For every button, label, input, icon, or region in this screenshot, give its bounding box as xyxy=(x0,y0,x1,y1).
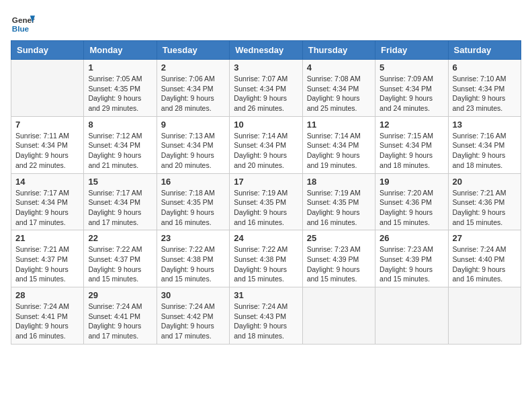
day-number: 26 xyxy=(380,233,443,243)
calendar-cell xyxy=(11,60,84,117)
calendar-cell: 24Sunrise: 7:22 AMSunset: 4:38 PMDayligh… xyxy=(230,230,302,287)
calendar-header-row: SundayMondayTuesdayWednesdayThursdayFrid… xyxy=(11,41,521,60)
day-number: 11 xyxy=(307,120,371,130)
weekday-header: Monday xyxy=(84,41,157,60)
calendar-cell: 10Sunrise: 7:14 AMSunset: 4:34 PMDayligh… xyxy=(230,116,302,173)
logo-icon: General Blue xyxy=(11,11,35,35)
cell-info: Sunrise: 7:05 AMSunset: 4:35 PMDaylight:… xyxy=(88,74,152,113)
page-header: General Blue xyxy=(11,11,521,35)
calendar-week-row: 21Sunrise: 7:21 AMSunset: 4:37 PMDayligh… xyxy=(11,230,521,287)
cell-info: Sunrise: 7:19 AMSunset: 4:35 PMDaylight:… xyxy=(234,188,298,228)
calendar-cell: 4Sunrise: 7:08 AMSunset: 4:34 PMDaylight… xyxy=(302,60,375,117)
weekday-header: Thursday xyxy=(302,41,375,60)
day-number: 13 xyxy=(453,120,517,130)
cell-info: Sunrise: 7:20 AMSunset: 4:36 PMDaylight:… xyxy=(380,188,443,228)
cell-info: Sunrise: 7:15 AMSunset: 4:34 PMDaylight:… xyxy=(380,131,443,171)
calendar-cell xyxy=(302,287,375,345)
day-number: 4 xyxy=(307,62,371,73)
calendar-cell: 29Sunrise: 7:24 AMSunset: 4:41 PMDayligh… xyxy=(84,287,157,345)
calendar-week-row: 28Sunrise: 7:24 AMSunset: 4:41 PMDayligh… xyxy=(11,287,521,345)
day-number: 29 xyxy=(88,290,152,300)
day-number: 24 xyxy=(234,233,298,243)
logo: General Blue xyxy=(11,11,35,35)
calendar-cell: 13Sunrise: 7:16 AMSunset: 4:34 PMDayligh… xyxy=(448,116,521,173)
calendar-cell: 15Sunrise: 7:17 AMSunset: 4:34 PMDayligh… xyxy=(84,173,157,230)
day-number: 1 xyxy=(88,62,152,73)
weekday-header: Saturday xyxy=(448,41,521,60)
calendar-cell: 25Sunrise: 7:23 AMSunset: 4:39 PMDayligh… xyxy=(302,230,375,287)
cell-info: Sunrise: 7:24 AMSunset: 4:41 PMDaylight:… xyxy=(15,302,79,341)
day-number: 10 xyxy=(234,120,298,130)
calendar-cell: 31Sunrise: 7:24 AMSunset: 4:43 PMDayligh… xyxy=(230,287,302,345)
cell-info: Sunrise: 7:22 AMSunset: 4:37 PMDaylight:… xyxy=(88,244,152,284)
calendar-cell: 8Sunrise: 7:12 AMSunset: 4:34 PMDaylight… xyxy=(84,116,157,173)
day-number: 30 xyxy=(161,290,225,300)
cell-info: Sunrise: 7:23 AMSunset: 4:39 PMDaylight:… xyxy=(380,244,443,284)
calendar-cell: 19Sunrise: 7:20 AMSunset: 4:36 PMDayligh… xyxy=(375,173,448,230)
calendar-cell xyxy=(448,287,521,345)
day-number: 23 xyxy=(161,233,225,243)
calendar-cell: 27Sunrise: 7:24 AMSunset: 4:40 PMDayligh… xyxy=(448,230,521,287)
calendar-table: SundayMondayTuesdayWednesdayThursdayFrid… xyxy=(11,40,521,345)
cell-info: Sunrise: 7:14 AMSunset: 4:34 PMDaylight:… xyxy=(234,131,298,171)
calendar-cell xyxy=(375,287,448,345)
day-number: 25 xyxy=(307,233,371,243)
cell-info: Sunrise: 7:24 AMSunset: 4:40 PMDaylight:… xyxy=(453,244,517,284)
cell-info: Sunrise: 7:17 AMSunset: 4:34 PMDaylight:… xyxy=(88,188,152,228)
calendar-cell: 7Sunrise: 7:11 AMSunset: 4:34 PMDaylight… xyxy=(11,116,84,173)
calendar-cell: 30Sunrise: 7:24 AMSunset: 4:42 PMDayligh… xyxy=(157,287,229,345)
day-number: 6 xyxy=(453,62,517,73)
cell-info: Sunrise: 7:10 AMSunset: 4:34 PMDaylight:… xyxy=(453,74,517,113)
day-number: 17 xyxy=(234,177,298,187)
day-number: 15 xyxy=(88,177,152,187)
day-number: 21 xyxy=(15,233,79,243)
calendar-body: 1Sunrise: 7:05 AMSunset: 4:35 PMDaylight… xyxy=(11,60,521,345)
day-number: 16 xyxy=(161,177,225,187)
cell-info: Sunrise: 7:17 AMSunset: 4:34 PMDaylight:… xyxy=(15,188,79,228)
day-number: 28 xyxy=(15,290,79,300)
day-number: 12 xyxy=(380,120,443,130)
day-number: 31 xyxy=(234,290,298,300)
day-number: 20 xyxy=(453,177,517,187)
weekday-header: Tuesday xyxy=(157,41,229,60)
calendar-cell: 6Sunrise: 7:10 AMSunset: 4:34 PMDaylight… xyxy=(448,60,521,117)
calendar-cell: 3Sunrise: 7:07 AMSunset: 4:34 PMDaylight… xyxy=(230,60,302,117)
calendar-week-row: 7Sunrise: 7:11 AMSunset: 4:34 PMDaylight… xyxy=(11,116,521,173)
day-number: 18 xyxy=(307,177,371,187)
calendar-cell: 5Sunrise: 7:09 AMSunset: 4:34 PMDaylight… xyxy=(375,60,448,117)
cell-info: Sunrise: 7:12 AMSunset: 4:34 PMDaylight:… xyxy=(88,131,152,171)
calendar-cell: 11Sunrise: 7:14 AMSunset: 4:34 PMDayligh… xyxy=(302,116,375,173)
day-number: 3 xyxy=(234,62,298,73)
calendar-cell: 28Sunrise: 7:24 AMSunset: 4:41 PMDayligh… xyxy=(11,287,84,345)
cell-info: Sunrise: 7:24 AMSunset: 4:42 PMDaylight:… xyxy=(161,302,225,341)
cell-info: Sunrise: 7:18 AMSunset: 4:35 PMDaylight:… xyxy=(161,188,225,228)
day-number: 8 xyxy=(88,120,152,130)
calendar-cell: 22Sunrise: 7:22 AMSunset: 4:37 PMDayligh… xyxy=(84,230,157,287)
svg-text:Blue: Blue xyxy=(12,24,30,33)
cell-info: Sunrise: 7:22 AMSunset: 4:38 PMDaylight:… xyxy=(161,244,225,284)
cell-info: Sunrise: 7:21 AMSunset: 4:36 PMDaylight:… xyxy=(453,188,517,228)
cell-info: Sunrise: 7:21 AMSunset: 4:37 PMDaylight:… xyxy=(15,244,79,284)
cell-info: Sunrise: 7:09 AMSunset: 4:34 PMDaylight:… xyxy=(380,74,443,113)
calendar-cell: 18Sunrise: 7:19 AMSunset: 4:35 PMDayligh… xyxy=(302,173,375,230)
calendar-cell: 9Sunrise: 7:13 AMSunset: 4:34 PMDaylight… xyxy=(157,116,229,173)
day-number: 19 xyxy=(380,177,443,187)
calendar-cell: 23Sunrise: 7:22 AMSunset: 4:38 PMDayligh… xyxy=(157,230,229,287)
day-number: 9 xyxy=(161,120,225,130)
calendar-cell: 16Sunrise: 7:18 AMSunset: 4:35 PMDayligh… xyxy=(157,173,229,230)
day-number: 7 xyxy=(15,120,79,130)
cell-info: Sunrise: 7:06 AMSunset: 4:34 PMDaylight:… xyxy=(161,74,225,113)
day-number: 14 xyxy=(15,177,79,187)
day-number: 5 xyxy=(380,62,443,73)
cell-info: Sunrise: 7:16 AMSunset: 4:34 PMDaylight:… xyxy=(453,131,517,171)
cell-info: Sunrise: 7:11 AMSunset: 4:34 PMDaylight:… xyxy=(15,131,79,171)
cell-info: Sunrise: 7:14 AMSunset: 4:34 PMDaylight:… xyxy=(307,131,371,171)
cell-info: Sunrise: 7:24 AMSunset: 4:41 PMDaylight:… xyxy=(88,302,152,341)
cell-info: Sunrise: 7:24 AMSunset: 4:43 PMDaylight:… xyxy=(234,302,298,341)
calendar-cell: 12Sunrise: 7:15 AMSunset: 4:34 PMDayligh… xyxy=(375,116,448,173)
calendar-cell: 1Sunrise: 7:05 AMSunset: 4:35 PMDaylight… xyxy=(84,60,157,117)
calendar-cell: 17Sunrise: 7:19 AMSunset: 4:35 PMDayligh… xyxy=(230,173,302,230)
calendar-week-row: 1Sunrise: 7:05 AMSunset: 4:35 PMDaylight… xyxy=(11,60,521,117)
weekday-header: Friday xyxy=(375,41,448,60)
cell-info: Sunrise: 7:22 AMSunset: 4:38 PMDaylight:… xyxy=(234,244,298,284)
